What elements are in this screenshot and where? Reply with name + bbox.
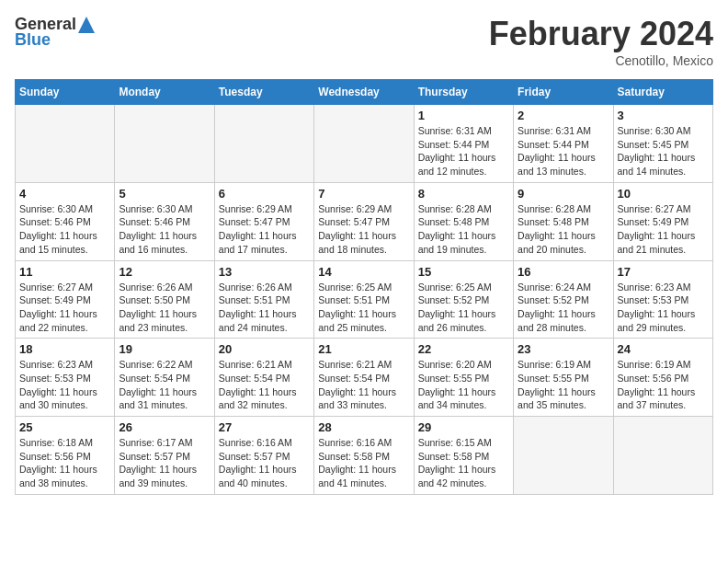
day-info: Sunrise: 6:20 AM Sunset: 5:55 PM Dayligh…	[418, 358, 509, 412]
day-number: 12	[119, 265, 210, 279]
day-info: Sunrise: 6:30 AM Sunset: 5:46 PM Dayligh…	[19, 202, 110, 257]
calendar-cell: 22Sunrise: 6:20 AM Sunset: 5:55 PM Dayli…	[414, 339, 513, 417]
calendar-cell	[16, 105, 115, 183]
calendar-cell: 11Sunrise: 6:27 AM Sunset: 5:49 PM Dayli…	[16, 260, 115, 339]
day-number: 20	[219, 342, 310, 356]
day-info: Sunrise: 6:16 AM Sunset: 5:57 PM Dayligh…	[219, 436, 310, 490]
day-number: 25	[19, 420, 110, 434]
day-info: Sunrise: 6:28 AM Sunset: 5:48 PM Dayligh…	[418, 202, 509, 257]
day-info: Sunrise: 6:25 AM Sunset: 5:51 PM Dayligh…	[318, 281, 409, 335]
day-info: Sunrise: 6:27 AM Sunset: 5:49 PM Dayligh…	[618, 202, 709, 257]
calendar-cell: 16Sunrise: 6:24 AM Sunset: 5:52 PM Dayli…	[514, 260, 613, 339]
day-number: 16	[518, 265, 609, 279]
day-number: 27	[219, 420, 310, 434]
col-header-sunday: Sunday	[16, 80, 115, 105]
day-info: Sunrise: 6:29 AM Sunset: 5:47 PM Dayligh…	[318, 202, 409, 257]
col-header-saturday: Saturday	[613, 80, 712, 105]
day-number: 14	[318, 265, 409, 279]
day-number: 13	[219, 265, 310, 279]
day-number: 24	[618, 342, 709, 356]
day-number: 4	[19, 187, 110, 201]
calendar-week-4: 18Sunrise: 6:23 AM Sunset: 5:53 PM Dayli…	[16, 339, 713, 417]
day-info: Sunrise: 6:28 AM Sunset: 5:48 PM Dayligh…	[518, 202, 609, 257]
calendar-cell: 12Sunrise: 6:26 AM Sunset: 5:50 PM Dayli…	[115, 260, 214, 339]
calendar-cell: 3Sunrise: 6:30 AM Sunset: 5:45 PM Daylig…	[613, 105, 712, 183]
calendar-cell: 4Sunrise: 6:30 AM Sunset: 5:46 PM Daylig…	[16, 182, 115, 260]
logo-triangle-icon	[78, 17, 95, 33]
calendar-cell: 21Sunrise: 6:21 AM Sunset: 5:54 PM Dayli…	[314, 339, 414, 417]
day-number: 8	[418, 187, 509, 201]
day-info: Sunrise: 6:19 AM Sunset: 5:56 PM Dayligh…	[618, 358, 709, 412]
calendar-cell: 20Sunrise: 6:21 AM Sunset: 5:54 PM Dayli…	[214, 339, 313, 417]
day-number: 9	[518, 187, 609, 201]
day-info: Sunrise: 6:21 AM Sunset: 5:54 PM Dayligh…	[318, 358, 409, 412]
col-header-wednesday: Wednesday	[314, 80, 414, 105]
location-subtitle: Cenotillo, Mexico	[489, 53, 713, 68]
day-number: 3	[618, 109, 709, 122]
day-number: 7	[318, 187, 409, 201]
day-number: 6	[219, 187, 310, 201]
day-number: 17	[618, 265, 709, 279]
day-info: Sunrise: 6:17 AM Sunset: 5:57 PM Dayligh…	[119, 436, 210, 490]
calendar-cell	[115, 105, 214, 183]
calendar-cell: 14Sunrise: 6:25 AM Sunset: 5:51 PM Dayli…	[314, 260, 414, 339]
calendar-cell	[514, 417, 613, 495]
calendar-header-row: SundayMondayTuesdayWednesdayThursdayFrid…	[16, 80, 713, 105]
calendar-cell: 15Sunrise: 6:25 AM Sunset: 5:52 PM Dayli…	[414, 260, 513, 339]
col-header-thursday: Thursday	[414, 80, 513, 105]
calendar-cell: 18Sunrise: 6:23 AM Sunset: 5:53 PM Dayli…	[16, 339, 115, 417]
calendar-cell: 19Sunrise: 6:22 AM Sunset: 5:54 PM Dayli…	[115, 339, 214, 417]
day-number: 28	[318, 420, 409, 434]
day-info: Sunrise: 6:22 AM Sunset: 5:54 PM Dayligh…	[119, 358, 210, 412]
calendar-cell: 9Sunrise: 6:28 AM Sunset: 5:48 PM Daylig…	[514, 182, 613, 260]
day-info: Sunrise: 6:23 AM Sunset: 5:53 PM Dayligh…	[618, 281, 709, 335]
day-info: Sunrise: 6:23 AM Sunset: 5:53 PM Dayligh…	[19, 358, 110, 412]
logo: General Blue	[15, 15, 95, 50]
title-block: February 2024 Cenotillo, Mexico	[489, 15, 713, 68]
calendar-cell: 7Sunrise: 6:29 AM Sunset: 5:47 PM Daylig…	[314, 182, 414, 260]
day-info: Sunrise: 6:19 AM Sunset: 5:55 PM Dayligh…	[518, 358, 609, 412]
day-info: Sunrise: 6:30 AM Sunset: 5:45 PM Dayligh…	[618, 124, 709, 178]
day-info: Sunrise: 6:29 AM Sunset: 5:47 PM Dayligh…	[219, 202, 310, 257]
day-number: 2	[518, 109, 609, 122]
calendar-cell: 27Sunrise: 6:16 AM Sunset: 5:57 PM Dayli…	[214, 417, 313, 495]
calendar-cell: 1Sunrise: 6:31 AM Sunset: 5:44 PM Daylig…	[414, 105, 513, 183]
calendar-cell: 28Sunrise: 6:16 AM Sunset: 5:58 PM Dayli…	[314, 417, 414, 495]
calendar-cell: 5Sunrise: 6:30 AM Sunset: 5:46 PM Daylig…	[115, 182, 214, 260]
calendar-cell: 23Sunrise: 6:19 AM Sunset: 5:55 PM Dayli…	[514, 339, 613, 417]
day-number: 23	[518, 342, 609, 356]
calendar-week-3: 11Sunrise: 6:27 AM Sunset: 5:49 PM Dayli…	[16, 260, 713, 339]
day-number: 11	[19, 265, 110, 279]
calendar-cell	[214, 105, 313, 183]
day-number: 15	[418, 265, 509, 279]
day-number: 26	[119, 420, 210, 434]
calendar-cell: 24Sunrise: 6:19 AM Sunset: 5:56 PM Dayli…	[613, 339, 712, 417]
svg-marker-0	[78, 17, 95, 33]
day-info: Sunrise: 6:24 AM Sunset: 5:52 PM Dayligh…	[518, 281, 609, 335]
calendar-cell: 25Sunrise: 6:18 AM Sunset: 5:56 PM Dayli…	[16, 417, 115, 495]
calendar-week-5: 25Sunrise: 6:18 AM Sunset: 5:56 PM Dayli…	[16, 417, 713, 495]
col-header-monday: Monday	[115, 80, 214, 105]
day-info: Sunrise: 6:26 AM Sunset: 5:51 PM Dayligh…	[219, 281, 310, 335]
day-info: Sunrise: 6:16 AM Sunset: 5:58 PM Dayligh…	[318, 436, 409, 490]
month-title: February 2024	[489, 15, 713, 53]
day-number: 18	[19, 342, 110, 356]
calendar-cell: 13Sunrise: 6:26 AM Sunset: 5:51 PM Dayli…	[214, 260, 313, 339]
day-info: Sunrise: 6:31 AM Sunset: 5:44 PM Dayligh…	[518, 124, 609, 178]
day-number: 29	[418, 420, 509, 434]
day-info: Sunrise: 6:30 AM Sunset: 5:46 PM Dayligh…	[119, 202, 210, 257]
day-number: 22	[418, 342, 509, 356]
day-number: 5	[119, 187, 210, 201]
day-info: Sunrise: 6:18 AM Sunset: 5:56 PM Dayligh…	[19, 436, 110, 490]
day-info: Sunrise: 6:31 AM Sunset: 5:44 PM Dayligh…	[418, 124, 509, 178]
day-info: Sunrise: 6:15 AM Sunset: 5:58 PM Dayligh…	[418, 436, 509, 490]
col-header-tuesday: Tuesday	[214, 80, 313, 105]
day-info: Sunrise: 6:27 AM Sunset: 5:49 PM Dayligh…	[19, 281, 110, 335]
calendar-cell: 8Sunrise: 6:28 AM Sunset: 5:48 PM Daylig…	[414, 182, 513, 260]
day-number: 21	[318, 342, 409, 356]
calendar-table: SundayMondayTuesdayWednesdayThursdayFrid…	[15, 79, 713, 495]
calendar-cell: 10Sunrise: 6:27 AM Sunset: 5:49 PM Dayli…	[613, 182, 712, 260]
calendar-week-2: 4Sunrise: 6:30 AM Sunset: 5:46 PM Daylig…	[16, 182, 713, 260]
col-header-friday: Friday	[514, 80, 613, 105]
day-info: Sunrise: 6:25 AM Sunset: 5:52 PM Dayligh…	[418, 281, 509, 335]
